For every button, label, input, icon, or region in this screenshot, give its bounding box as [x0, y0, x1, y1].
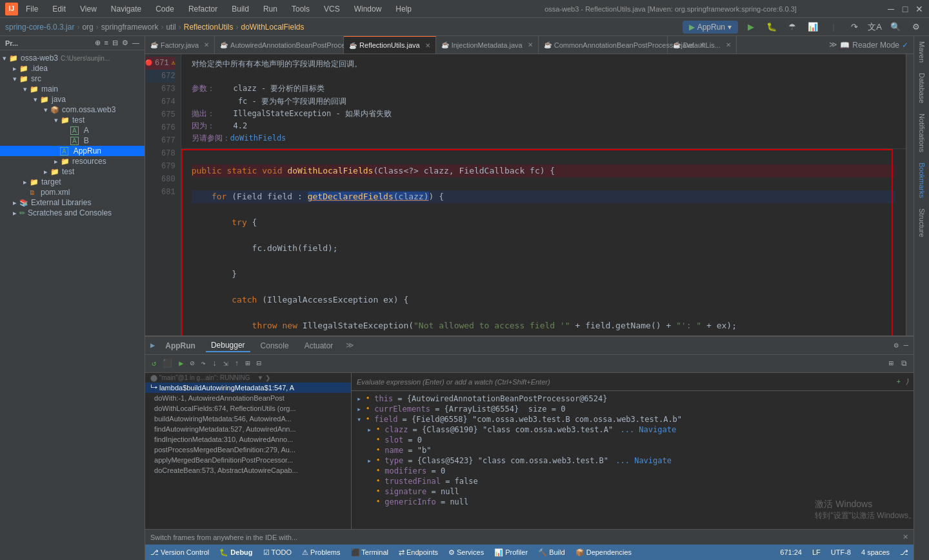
coverage-button[interactable]: ☂: [784, 19, 800, 35]
debug-step-over-btn[interactable]: ↷: [200, 357, 207, 370]
code-editor[interactable]: 🔴 671 ⚠ 672 673 674 675 676 677 678 679 …: [145, 54, 914, 335]
debug-stack-frame-0[interactable]: ⮡ lambda$buildAutowiringMetadata$1:547, …: [145, 383, 351, 393]
tree-ossa-web3[interactable]: ▾ 📁 ossa-web3 C:\Users\sunjin...: [0, 53, 145, 63]
menu-build[interactable]: Build: [229, 3, 252, 15]
debug-step-into-method-btn[interactable]: ⇲: [222, 357, 229, 370]
tree-main[interactable]: ▾ 📁 main: [0, 84, 145, 94]
breadcrumb-part-4[interactable]: ReflectionUtils: [184, 23, 234, 32]
var-type-navigate[interactable]: ... Navigate: [611, 456, 672, 465]
tree-scratches[interactable]: ▸ ✏ Scratches and Consoles: [0, 208, 145, 218]
debug-stack-frame-1[interactable]: doWith:-1, AutowiredAnnotationBeanPost: [145, 393, 351, 403]
breadcrumb-part-2[interactable]: springframework: [101, 23, 159, 32]
tree-class-b[interactable]: ▸ A B: [0, 135, 145, 146]
menu-refactor[interactable]: Refactor: [186, 3, 220, 15]
expand-currElements-icon[interactable]: ▸: [357, 405, 361, 414]
sidebar-filter-icon[interactable]: ⊟: [112, 39, 118, 47]
status-todo[interactable]: ☑ TODO: [263, 548, 292, 557]
sidebar-sort-icon[interactable]: ≡: [105, 39, 108, 47]
tree-idea[interactable]: ▸ 📁 .idea: [0, 63, 145, 74]
tab-factory-close[interactable]: ✕: [204, 41, 209, 48]
expand-clazz-icon[interactable]: ▸: [367, 425, 372, 434]
panel-notifications[interactable]: Notifications: [917, 108, 927, 157]
tree-target[interactable]: ▸ 📁 target: [0, 177, 145, 187]
var-clazz-navigate[interactable]: ... Navigate: [615, 425, 676, 434]
profile-button[interactable]: 📊: [805, 19, 821, 35]
debug-tab-overflow[interactable]: ≫: [346, 341, 354, 350]
debug-more-icon[interactable]: ❯: [265, 374, 270, 381]
debug-stack-frame-6[interactable]: postProcessMergedBeanDefinition:279, Au.…: [145, 445, 351, 455]
tree-pom[interactable]: ▸ 🗎 pom.xml: [0, 187, 145, 197]
status-endpoints[interactable]: ⇄ Endpoints: [399, 548, 438, 557]
maximize-button[interactable]: □: [901, 5, 910, 14]
tab-injection-close[interactable]: ✕: [528, 41, 533, 48]
status-debug[interactable]: 🐛 Debug: [219, 548, 252, 557]
menu-edit[interactable]: Edit: [50, 3, 68, 15]
minimize-button[interactable]: ─: [886, 5, 895, 14]
tree-test2[interactable]: ▸ 📁 test: [0, 166, 145, 177]
debug-tab-debugger[interactable]: Debugger: [206, 339, 250, 352]
debug-close-icon[interactable]: —: [904, 341, 908, 350]
sidebar-collapse-icon[interactable]: —: [132, 39, 139, 47]
tree-java[interactable]: ▾ 📁 java: [0, 94, 145, 105]
status-terminal[interactable]: ⬛ Terminal: [351, 548, 388, 557]
sidebar-add-icon[interactable]: ⊕: [95, 39, 101, 47]
debug-stack-frame-5[interactable]: findInjectionMetadata:310, AutowiredAnno…: [145, 434, 351, 445]
panel-maven[interactable]: Maven: [917, 36, 927, 68]
tree-apprun[interactable]: ▸ A AppRun: [0, 146, 145, 156]
debug-var-modifiers[interactable]: ▸ 🔸 modifiers = 0: [354, 466, 911, 476]
debug-stop-btn[interactable]: ⬛: [161, 357, 174, 370]
debug-grid-view-btn[interactable]: ⊞: [245, 357, 252, 370]
status-dependencies[interactable]: 📦 Dependencies: [575, 548, 632, 557]
tree-test[interactable]: ▾ 📁 test: [0, 115, 145, 125]
debug-stack-frame-4[interactable]: findAutowiringMetadata:527, AutowiredAnn…: [145, 424, 351, 434]
reader-mode-button[interactable]: 📖 Reader Mode ✓: [840, 41, 908, 50]
close-button[interactable]: ✕: [915, 5, 924, 14]
expand-field-icon[interactable]: ▾: [357, 415, 361, 424]
menu-file[interactable]: File: [23, 3, 41, 15]
tab-defaultlis[interactable]: ☕ DefaultLis... ✕: [668, 36, 737, 54]
tab-injection[interactable]: ☕ InjectionMetadata.java ✕: [436, 36, 539, 54]
debug-filter-icon[interactable]: ▼: [257, 374, 263, 381]
debug-stack-frame-3[interactable]: buildAutowiringMetadata:546, AutowiredA.…: [145, 414, 351, 424]
debug-tab-console[interactable]: Console: [255, 340, 294, 352]
debug-restart-btn[interactable]: ↺: [150, 357, 157, 370]
status-build[interactable]: 🔨 Build: [538, 548, 565, 557]
debug-settings-icon[interactable]: ⚙: [894, 341, 899, 350]
tree-com-ossa[interactable]: ▾ 📦 com.ossa.web3: [0, 105, 145, 115]
debug-tab-actuator[interactable]: Actuator: [299, 340, 339, 352]
tree-resources[interactable]: ▸ 📁 resources: [0, 156, 145, 166]
debug-var-signature[interactable]: ▸ 🔸 signature = null: [354, 486, 911, 497]
debug-stack-frame-8[interactable]: doCreateBean:573, AbstractAutowireCapab.…: [145, 465, 351, 475]
debug-step-out-btn[interactable]: ↑: [233, 358, 240, 370]
scrollbar-right[interactable]: [906, 54, 914, 335]
panel-database[interactable]: Database: [917, 68, 927, 108]
menu-window[interactable]: Window: [352, 3, 385, 15]
debug-resume-btn[interactable]: ▶: [177, 357, 185, 370]
debug-button[interactable]: 🐛: [764, 19, 779, 35]
panel-structure[interactable]: Structure: [917, 203, 927, 243]
menu-run[interactable]: Run: [261, 3, 280, 15]
debug-var-name[interactable]: ▸ 🔸 name = "b": [354, 445, 911, 455]
menu-vcs[interactable]: VCS: [321, 3, 343, 15]
debug-var-type[interactable]: ▸ 🔸 type = {Class@5423} "class com.ossa.…: [354, 455, 911, 466]
breadcrumb-part-0[interactable]: spring-core-6.0.3.jar: [5, 23, 74, 32]
expr-add-icon[interactable]: +: [897, 377, 901, 386]
switch-frames-close[interactable]: ✕: [903, 533, 908, 541]
expression-bar[interactable]: Evaluate expression (Enter) or add a wat…: [352, 373, 914, 391]
debug-var-trustedFinal[interactable]: ▸ 🔸 trustedFinal = false: [354, 476, 911, 486]
status-problems[interactable]: ⚠ Problems: [302, 548, 341, 557]
panel-bookmarks[interactable]: Bookmarks: [917, 157, 927, 203]
debug-expand-all-btn[interactable]: ⊞: [888, 357, 895, 370]
status-profiler[interactable]: 📊 Profiler: [494, 548, 528, 557]
tab-defaultlis-close[interactable]: ✕: [726, 41, 731, 48]
step-over-button[interactable]: ↷: [846, 19, 862, 35]
code-text[interactable]: public static void doWithLocalFields(Cla…: [181, 149, 906, 335]
tree-src[interactable]: ▾ 📁 src: [0, 74, 145, 84]
tab-factory[interactable]: ☕ Factory.java ✕: [145, 36, 215, 54]
status-services[interactable]: ⚙ Services: [448, 548, 484, 557]
debug-list-view-btn[interactable]: ⊟: [255, 357, 263, 370]
expand-this-icon[interactable]: ▸: [357, 394, 361, 403]
debug-mute-btn[interactable]: ⊘: [188, 357, 195, 370]
tab-autowired[interactable]: ☕ AutowiredAnnotationBeanPostProcessor.j…: [215, 36, 344, 54]
tab-common[interactable]: ☕ CommonAnnotationBeanPostProcessor.java…: [539, 36, 668, 54]
